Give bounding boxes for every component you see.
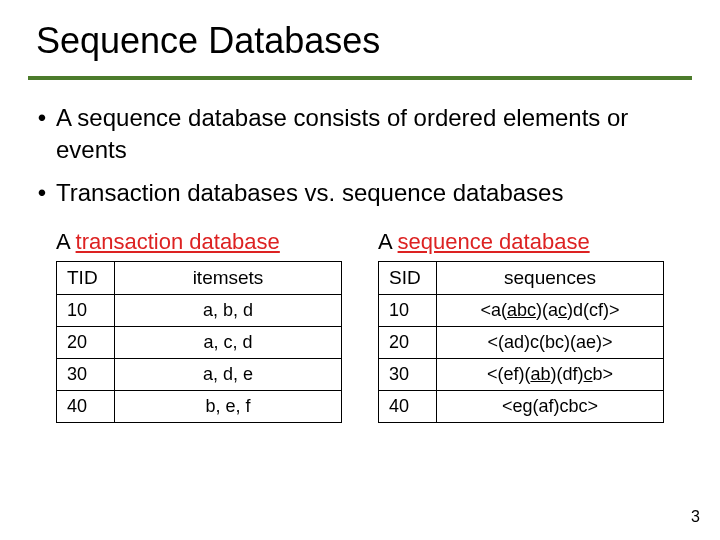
table-header-row: TID itemsets [57, 262, 342, 295]
bullet-item: • Transaction databases vs. sequence dat… [28, 177, 692, 209]
bullet-item: • A sequence database consists of ordere… [28, 102, 692, 167]
cell-val: a, b, d [115, 295, 342, 327]
th-sid: SID [379, 262, 437, 295]
cell-seq: <(ad)c(bc)(ae)> [437, 327, 664, 359]
cell-id: 10 [57, 295, 115, 327]
cell-seq: <(ef)(ab)(df)cb> [437, 359, 664, 391]
transaction-caption: A transaction database [56, 229, 342, 255]
table-row: 40<eg(af)cbc> [379, 391, 664, 423]
table-row: 10a, b, d [57, 295, 342, 327]
table-row: 20a, c, d [57, 327, 342, 359]
cell-id: 30 [57, 359, 115, 391]
bullet-list: • A sequence database consists of ordere… [28, 102, 692, 209]
bullet-text: Transaction databases vs. sequence datab… [56, 177, 563, 209]
cell-val: b, e, f [115, 391, 342, 423]
caption-highlight: transaction database [76, 229, 280, 254]
sequence-table: SID sequences 10<a(abc)(ac)d(cf)> 20<(ad… [378, 261, 664, 423]
th-sequences: sequences [437, 262, 664, 295]
caption-prefix: A [56, 229, 76, 254]
bullet-dot: • [28, 102, 56, 167]
table-row: 30a, d, e [57, 359, 342, 391]
page-number: 3 [691, 508, 700, 526]
table-row: 40b, e, f [57, 391, 342, 423]
sequence-caption: A sequence database [378, 229, 664, 255]
table-row: 10<a(abc)(ac)d(cf)> [379, 295, 664, 327]
cell-seq: <eg(af)cbc> [437, 391, 664, 423]
table-row: 30<(ef)(ab)(df)cb> [379, 359, 664, 391]
caption-prefix: A [378, 229, 398, 254]
cell-id: 40 [57, 391, 115, 423]
cell-val: a, c, d [115, 327, 342, 359]
transaction-table-block: A transaction database TID itemsets 10a,… [56, 229, 342, 423]
cell-id: 40 [379, 391, 437, 423]
cell-id: 30 [379, 359, 437, 391]
tables-container: A transaction database TID itemsets 10a,… [28, 229, 692, 423]
caption-highlight: sequence database [398, 229, 590, 254]
cell-id: 20 [57, 327, 115, 359]
table-header-row: SID sequences [379, 262, 664, 295]
table-row: 20<(ad)c(bc)(ae)> [379, 327, 664, 359]
sequence-table-block: A sequence database SID sequences 10<a(a… [378, 229, 664, 423]
th-itemsets: itemsets [115, 262, 342, 295]
transaction-table: TID itemsets 10a, b, d 20a, c, d 30a, d,… [56, 261, 342, 423]
cell-id: 20 [379, 327, 437, 359]
bullet-text: A sequence database consists of ordered … [56, 102, 692, 167]
th-tid: TID [57, 262, 115, 295]
bullet-dot: • [28, 177, 56, 209]
slide-title: Sequence Databases [28, 20, 692, 80]
cell-id: 10 [379, 295, 437, 327]
cell-val: a, d, e [115, 359, 342, 391]
cell-seq: <a(abc)(ac)d(cf)> [437, 295, 664, 327]
